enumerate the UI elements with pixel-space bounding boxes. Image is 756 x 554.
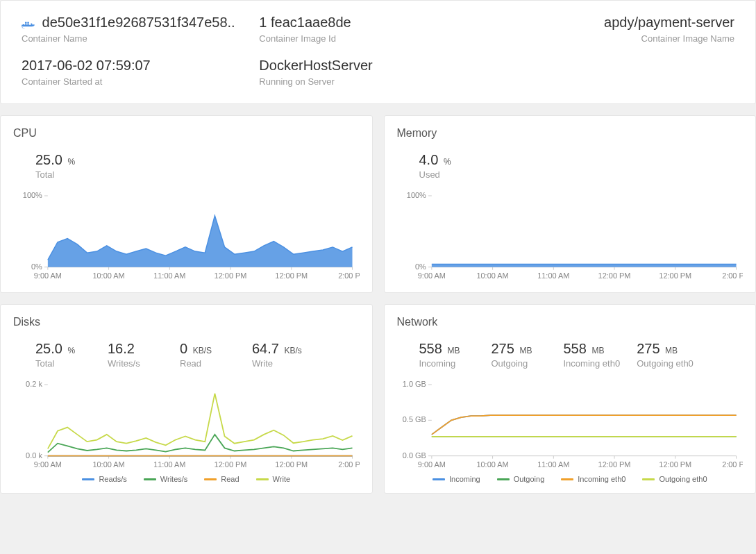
svg-text:10:00 AM: 10:00 AM (476, 271, 508, 280)
memory-chart-svg: 0%100%9:00 AM10:00 AM11:00 AM12:00 PM12:… (397, 192, 744, 283)
svg-text:12:00 PM: 12:00 PM (215, 271, 247, 280)
memory-stat-value: 4.0 % (419, 152, 475, 168)
svg-text:11:00 AM: 11:00 AM (153, 271, 185, 280)
memory-stat-unit: % (444, 157, 451, 167)
container-image-name-value: apdy/payment-server (497, 15, 734, 31)
net-stat-0: 558 MB Incoming (419, 341, 475, 369)
container-name-label: Container Name (22, 33, 259, 44)
disks-stat-2: 0 KB/S Read (180, 341, 235, 369)
network-legend: Incoming Outgoing Incoming eth0 Outgoing… (397, 475, 744, 483)
disks-panel: Disks 25.0 % Total 16.2 Writes/s 0 KB/S … (0, 304, 373, 494)
container-image-id-block: 1 feac1aae8de Container Image Id (259, 15, 496, 44)
cpu-stat-label: Total (35, 169, 91, 180)
started-at-block: 2017-06-02 07:59:07 Container Started at (22, 58, 259, 87)
container-image-name-label: Container Image Name (497, 33, 734, 44)
svg-text:2:00 PM: 2:00 PM (338, 271, 359, 280)
svg-text:10:00 AM: 10:00 AM (476, 460, 508, 468)
svg-text:2:00 PM: 2:00 PM (722, 460, 743, 468)
network-chart: 0.0 GB0.5 GB1.0 GB9:00 AM10:00 AM11:00 A… (397, 381, 744, 471)
cpu-chart-svg: 0%100%9:00 AM10:00 AM11:00 AM12:00 PM12:… (13, 192, 360, 283)
container-name-value: de50e31f1e92687531f347e58.. (22, 15, 259, 31)
legend-incoming: Incoming (432, 475, 480, 483)
svg-text:11:00 AM: 11:00 AM (537, 271, 569, 280)
svg-text:100%: 100% (406, 192, 426, 199)
memory-chart: 0%100%9:00 AM10:00 AM11:00 AM12:00 PM12:… (397, 192, 744, 283)
svg-text:100%: 100% (23, 192, 42, 199)
cpu-chart: 0%100%9:00 AM10:00 AM11:00 AM12:00 PM12:… (13, 192, 360, 283)
container-image-id-value: 1 feac1aae8de (259, 15, 496, 31)
container-image-id-label: Container Image Id (259, 33, 496, 44)
legend-outgoing: Outgoing (497, 475, 545, 483)
disks-chart-svg: 0.0 k0.2 k9:00 AM10:00 AM11:00 AM12:00 P… (13, 381, 360, 471)
svg-rect-3 (25, 22, 27, 24)
running-on-label: Running on Server (259, 76, 496, 87)
memory-title: Memory (397, 127, 744, 140)
legend-reads: Reads/s (82, 475, 126, 483)
container-image-name-block: apdy/payment-server Container Image Name (497, 15, 734, 44)
network-stats: 558 MB Incoming 275 MB Outgoing 558 MB I… (419, 341, 744, 369)
cpu-panel: CPU 25.0 % Total 0%100%9:00 AM10:00 AM11… (0, 115, 373, 293)
running-on-block: DockerHostServer Running on Server (259, 58, 496, 87)
svg-text:10:00 AM: 10:00 AM (92, 460, 124, 468)
svg-text:9:00 AM: 9:00 AM (34, 271, 62, 280)
panels-grid: CPU 25.0 % Total 0%100%9:00 AM10:00 AM11… (0, 115, 756, 494)
svg-text:0.0 k: 0.0 k (26, 451, 42, 459)
memory-stat-used: 4.0 % Used (419, 152, 475, 180)
cpu-title: CPU (13, 127, 360, 140)
svg-text:2:00 PM: 2:00 PM (338, 460, 359, 468)
net-stat-3: 275 MB Outgoing eth0 (637, 341, 694, 369)
memory-panel: Memory 4.0 % Used 0%100%9:00 AM10:00 AM1… (384, 115, 757, 293)
cpu-stat-unit: % (68, 157, 76, 167)
started-at-label: Container Started at (22, 76, 259, 87)
svg-text:9:00 AM: 9:00 AM (34, 460, 62, 468)
header-row-2: 2017-06-02 07:59:07 Container Started at… (22, 58, 734, 87)
memory-stat-num: 4.0 (419, 152, 439, 167)
disks-chart: 0.0 k0.2 k9:00 AM10:00 AM11:00 AM12:00 P… (13, 381, 360, 471)
legend-outgoing-eth0: Outgoing eth0 (642, 475, 707, 483)
cpu-stat-num: 25.0 (35, 152, 62, 167)
svg-text:0.0 GB: 0.0 GB (402, 451, 426, 459)
cpu-stats: 25.0 % Total (35, 152, 360, 180)
svg-text:0.2 k: 0.2 k (26, 381, 42, 388)
header-spacer (497, 58, 734, 87)
svg-text:11:00 AM: 11:00 AM (153, 460, 185, 468)
legend-writes: Writes/s (144, 475, 188, 483)
header-row-1: de50e31f1e92687531f347e58.. Container Na… (22, 15, 734, 44)
running-on-value: DockerHostServer (259, 58, 496, 74)
svg-text:12:00 PM: 12:00 PM (215, 460, 247, 468)
legend-read: Read (204, 475, 239, 483)
svg-text:9:00 AM: 9:00 AM (417, 460, 445, 468)
svg-text:12:00 PM: 12:00 PM (275, 460, 308, 468)
docker-icon (22, 19, 35, 28)
svg-text:0.5 GB: 0.5 GB (402, 415, 426, 423)
memory-stat-label: Used (419, 169, 475, 180)
cpu-stat-value: 25.0 % (35, 152, 91, 168)
disks-legend: Reads/s Writes/s Read Write (13, 475, 360, 483)
svg-text:2:00 PM: 2:00 PM (722, 271, 743, 280)
disks-stat-1: 16.2 Writes/s (108, 341, 163, 369)
started-at-value: 2017-06-02 07:59:07 (22, 58, 259, 74)
cpu-stat-total: 25.0 % Total (35, 152, 91, 180)
svg-text:12:00 PM: 12:00 PM (275, 271, 308, 280)
legend-write: Write (256, 475, 290, 483)
svg-text:12:00 PM: 12:00 PM (659, 271, 691, 280)
network-panel: Network 558 MB Incoming 275 MB Outgoing … (384, 304, 757, 494)
svg-text:11:00 AM: 11:00 AM (537, 460, 569, 468)
svg-text:12:00 PM: 12:00 PM (659, 460, 691, 468)
svg-text:1.0 GB: 1.0 GB (402, 381, 426, 388)
svg-rect-4 (27, 22, 29, 24)
disks-title: Disks (13, 316, 360, 328)
container-name-text: de50e31f1e92687531f347e58.. (42, 15, 235, 30)
svg-text:0%: 0% (31, 262, 42, 271)
svg-text:9:00 AM: 9:00 AM (417, 271, 445, 280)
disks-stat-3: 64.7 KB/s Write (252, 341, 308, 369)
memory-stats: 4.0 % Used (419, 152, 744, 180)
svg-text:12:00 PM: 12:00 PM (598, 271, 630, 280)
svg-text:0%: 0% (415, 262, 426, 271)
container-name-block: de50e31f1e92687531f347e58.. Container Na… (22, 15, 259, 44)
disks-stat-0: 25.0 % Total (35, 341, 91, 369)
net-stat-1: 275 MB Outgoing (492, 341, 547, 369)
svg-text:12:00 PM: 12:00 PM (598, 460, 630, 468)
svg-text:10:00 AM: 10:00 AM (92, 271, 124, 280)
legend-incoming-eth0: Incoming eth0 (561, 475, 625, 483)
